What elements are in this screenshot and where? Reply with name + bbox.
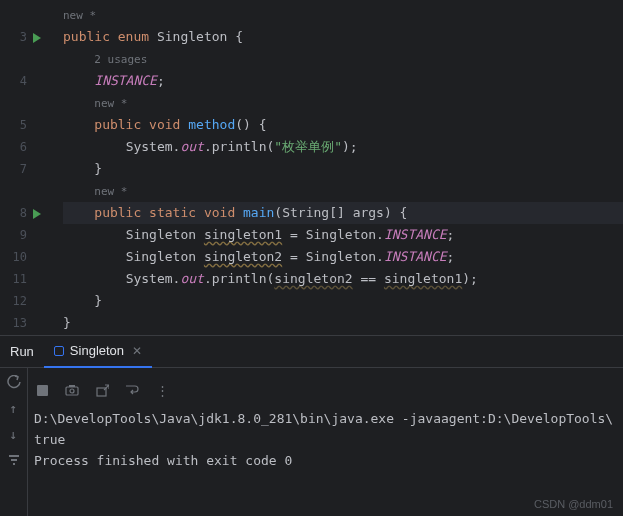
class-icon — [54, 346, 64, 356]
code-line: System.out.println(singleton2 == singlet… — [63, 268, 623, 290]
down-icon[interactable]: ↓ — [6, 426, 22, 442]
filter-icon[interactable] — [6, 452, 22, 468]
svg-rect-2 — [13, 463, 15, 465]
code-line: System.out.println("枚举单例"); — [63, 136, 623, 158]
tool-window-tabs: Run Singleton ✕ — [0, 336, 623, 368]
svg-rect-1 — [11, 459, 17, 461]
code-line: public void method() { — [63, 114, 623, 136]
gutter-line: 3 — [0, 26, 45, 48]
svg-point-4 — [70, 389, 74, 393]
console-toolbar: ⋮ — [34, 376, 617, 408]
tool-window-body: ↑ ↓ ⋮ D:\DevelopTools\Java\jdk1.8.0_281\… — [0, 368, 623, 516]
tab-title: Singleton — [70, 343, 124, 358]
run-tab-label[interactable]: Run — [0, 344, 44, 359]
gutter-line — [0, 92, 45, 114]
code-line: Singleton singleton1 = Singleton.INSTANC… — [63, 224, 623, 246]
code-line: } — [63, 312, 623, 334]
watermark: CSDN @ddm01 — [534, 498, 613, 510]
code-line: public enum Singleton { — [63, 26, 623, 48]
gutter-line — [0, 180, 45, 202]
gutter-line: 12 — [0, 290, 45, 312]
gutter-line: 9 — [0, 224, 45, 246]
code-line-current: public static void main(String[] args) { — [63, 202, 623, 224]
gutter-line: 6 — [0, 136, 45, 158]
close-icon[interactable]: ✕ — [132, 344, 142, 358]
code-editor[interactable]: 3 4 5 6 7 8 9 10 11 12 13 new * public e… — [0, 0, 623, 335]
more-icon[interactable]: ⋮ — [154, 382, 170, 398]
gutter-line: 13 — [0, 312, 45, 334]
console-line: D:\DevelopTools\Java\jdk1.8.0_281\bin\ja… — [34, 408, 617, 429]
gutter-line: 4 — [0, 70, 45, 92]
tool-window-gutter: ↑ ↓ — [0, 368, 28, 516]
code-line: new * — [63, 92, 623, 114]
run-gutter-icon[interactable] — [33, 209, 41, 219]
code-line: new * — [63, 180, 623, 202]
gutter-line — [0, 48, 45, 70]
run-gutter-icon[interactable] — [33, 33, 41, 43]
export-icon[interactable] — [94, 382, 110, 398]
code-line: 2 usages — [63, 48, 623, 70]
rerun-icon[interactable] — [6, 374, 22, 390]
code-line: INSTANCE; — [63, 70, 623, 92]
console-output[interactable]: ⋮ D:\DevelopTools\Java\jdk1.8.0_281\bin\… — [28, 368, 623, 516]
code-line: new * — [63, 4, 623, 26]
screenshot-icon[interactable] — [64, 382, 80, 398]
up-icon[interactable]: ↑ — [6, 400, 22, 416]
code-line: } — [63, 290, 623, 312]
gutter-line: 11 — [0, 268, 45, 290]
gutter-line: 10 — [0, 246, 45, 268]
gutter-line: 5 — [0, 114, 45, 136]
wrap-icon[interactable] — [124, 382, 140, 398]
gutter-line: 8 — [0, 202, 45, 224]
svg-rect-3 — [66, 387, 78, 395]
console-line: true — [34, 429, 617, 450]
gutter-line — [0, 4, 45, 26]
code-line: Singleton singleton2 = Singleton.INSTANC… — [63, 246, 623, 268]
run-tool-window: Run Singleton ✕ ↑ ↓ ⋮ D:\DevelopTools\Ja… — [0, 335, 623, 516]
run-config-tab[interactable]: Singleton ✕ — [44, 336, 152, 368]
console-line: Process finished with exit code 0 — [34, 450, 617, 471]
editor-gutter: 3 4 5 6 7 8 9 10 11 12 13 — [0, 0, 45, 335]
code-line: } — [63, 158, 623, 180]
stop-icon[interactable] — [34, 382, 50, 398]
svg-rect-5 — [69, 385, 75, 387]
svg-rect-0 — [9, 455, 19, 457]
code-area[interactable]: new * public enum Singleton { 2 usages I… — [45, 0, 623, 335]
gutter-line: 7 — [0, 158, 45, 180]
